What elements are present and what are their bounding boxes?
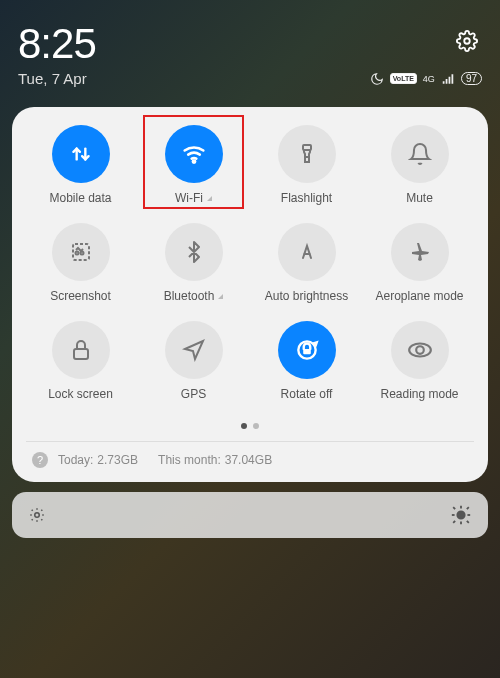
tile-label: Auto brightness bbox=[265, 289, 348, 303]
tile-label: Flashlight bbox=[281, 191, 332, 205]
status-icons: VoLTE 4G 97 bbox=[370, 72, 482, 86]
svg-rect-2 bbox=[303, 145, 311, 150]
tile-reading[interactable]: Reading mode bbox=[365, 321, 474, 401]
svg-line-27 bbox=[467, 521, 469, 523]
svg-point-10 bbox=[416, 346, 424, 354]
tile-label: Mute bbox=[406, 191, 433, 205]
tile-mobile-data[interactable]: Mobile data bbox=[26, 125, 135, 205]
usage-month-value: 37.04GB bbox=[225, 453, 272, 467]
mute-icon[interactable] bbox=[391, 125, 449, 183]
svg-point-0 bbox=[464, 38, 470, 44]
network-type: 4G bbox=[423, 74, 435, 84]
svg-line-29 bbox=[467, 507, 469, 509]
screenshot-icon[interactable] bbox=[52, 223, 110, 281]
tile-label: GPS bbox=[181, 387, 206, 401]
gps-icon[interactable] bbox=[165, 321, 223, 379]
flashlight-icon[interactable] bbox=[278, 125, 336, 183]
svg-point-1 bbox=[192, 160, 194, 162]
tile-label: Reading mode bbox=[380, 387, 458, 401]
tile-label: Aeroplane mode bbox=[375, 289, 463, 303]
tile-bluetooth[interactable]: Bluetooth bbox=[139, 223, 248, 303]
svg-point-5 bbox=[75, 252, 78, 255]
brightness-slider[interactable] bbox=[12, 492, 488, 538]
date-text: Tue, 7 Apr bbox=[18, 70, 87, 87]
settings-gear-icon[interactable] bbox=[456, 30, 478, 56]
svg-line-26 bbox=[453, 507, 455, 509]
brightness-low-icon bbox=[28, 506, 46, 524]
tile-screenshot[interactable]: Screenshot bbox=[26, 223, 135, 303]
tile-mute[interactable]: Mute bbox=[365, 125, 474, 205]
tile-label: Wi-Fi bbox=[175, 191, 212, 205]
aeroplane-icon[interactable] bbox=[391, 223, 449, 281]
rotate-icon[interactable] bbox=[278, 321, 336, 379]
tile-label: Mobile data bbox=[49, 191, 111, 205]
tile-aeroplane[interactable]: Aeroplane mode bbox=[365, 223, 474, 303]
lock-icon[interactable] bbox=[52, 321, 110, 379]
expand-indicator-icon[interactable] bbox=[207, 196, 212, 201]
dnd-moon-icon bbox=[370, 72, 384, 86]
reading-icon[interactable] bbox=[391, 321, 449, 379]
tile-label: Screenshot bbox=[50, 289, 111, 303]
wifi-icon[interactable] bbox=[165, 125, 223, 183]
svg-line-19 bbox=[32, 519, 33, 520]
brightness-high-icon bbox=[450, 504, 472, 526]
tile-rotate[interactable]: Rotate off bbox=[252, 321, 361, 401]
svg-line-28 bbox=[453, 521, 455, 523]
mobile-data-icon[interactable] bbox=[52, 125, 110, 183]
tile-lock[interactable]: Lock screen bbox=[26, 321, 135, 401]
clock-time: 8:25 bbox=[18, 20, 482, 68]
svg-rect-7 bbox=[74, 349, 88, 359]
quick-settings-panel: Mobile dataWi-FiFlashlightMuteScreenshot… bbox=[12, 107, 488, 482]
info-icon: ? bbox=[32, 452, 48, 468]
expand-indicator-icon[interactable] bbox=[218, 294, 223, 299]
data-usage-row[interactable]: ? Today: 2.73GB This month: 37.04GB bbox=[26, 450, 474, 472]
svg-point-21 bbox=[457, 511, 464, 518]
signal-icon bbox=[441, 72, 455, 86]
svg-line-20 bbox=[41, 510, 42, 511]
usage-today-value: 2.73GB bbox=[97, 453, 138, 467]
tile-gps[interactable]: GPS bbox=[139, 321, 248, 401]
auto-bright-icon[interactable] bbox=[278, 223, 336, 281]
tile-wifi[interactable]: Wi-Fi bbox=[139, 125, 248, 205]
svg-line-18 bbox=[41, 519, 42, 520]
tile-auto-bright[interactable]: Auto brightness bbox=[252, 223, 361, 303]
svg-line-17 bbox=[32, 510, 33, 511]
battery-indicator: 97 bbox=[461, 72, 482, 85]
svg-rect-9 bbox=[303, 349, 311, 354]
page-indicator[interactable] bbox=[26, 415, 474, 433]
tile-label: Bluetooth bbox=[164, 289, 224, 303]
tile-label: Lock screen bbox=[48, 387, 113, 401]
volte-badge: VoLTE bbox=[390, 73, 417, 84]
bluetooth-icon[interactable] bbox=[165, 223, 223, 281]
usage-today-label: Today: bbox=[58, 453, 93, 467]
usage-month-label: This month: bbox=[158, 453, 221, 467]
tile-flashlight[interactable]: Flashlight bbox=[252, 125, 361, 205]
svg-point-12 bbox=[35, 513, 40, 518]
divider bbox=[26, 441, 474, 442]
tile-label: Rotate off bbox=[281, 387, 333, 401]
